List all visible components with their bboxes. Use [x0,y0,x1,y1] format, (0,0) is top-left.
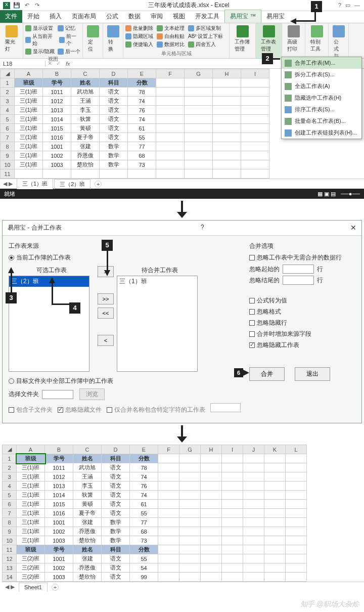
chk-only-contain[interactable]: 仅合并名称包含特定字符的工作表 [107,406,205,414]
menu-hide-ws[interactable]: 隐藏选中工作表(H) [282,92,361,104]
menu-rename-ws[interactable]: 批量命名工作表(B)... [282,115,361,127]
quick-input[interactable]: 便捷输入 数据对比 四舍五入 [125,40,227,49]
sheet-tab-2[interactable]: 三（2）班 [54,179,90,189]
col-B[interactable]: B [43,69,71,78]
ignore-head-input[interactable] [283,265,314,274]
sheet-tab-bar: ◀ ▶ 三（1）班 三（2）班 + [0,179,364,189]
tab-review[interactable]: 审阅 [146,10,168,23]
menu-createlink-ws[interactable]: 创建工作表链接列表(H)... [282,127,361,139]
browse-button[interactable]: 浏览 [79,388,105,400]
col-F[interactable]: F [156,69,185,78]
sheet-nav[interactable]: ◀ ▶ [2,584,18,590]
table-row: 6三(1)班1015黄硕语文61 [3,500,307,509]
tab-yyb[interactable]: 易用宝 ™ [224,10,261,23]
help-icon[interactable]: ? [338,2,341,9]
chk-add-source[interactable]: 合并时增加来源字段 [249,330,355,338]
svg-marker-3 [8,267,14,273]
view-icons[interactable]: ▦ ▣ ▤ [317,191,336,197]
contain-text-input[interactable] [210,403,241,412]
table-row: 12三(2)班1001张建语文55 [3,554,307,563]
col-C[interactable]: C [71,69,100,78]
undo-icon[interactable]: ↶ [23,2,30,9]
pending-label: 待合并工作表 [117,266,203,275]
worksheet-grid[interactable]: ◢ A B C D E F G H I 1班级学号姓名科目分数 2三(1)班10… [0,69,269,179]
chk-ignore-empty[interactable]: 忽略工作表中无需合并的数据行 [249,253,355,262]
from-current[interactable]: 从当前开始前一个 [25,32,80,48]
col-D[interactable]: D [100,69,128,78]
batch-delete[interactable]: 批量删除 文本处理 多区域复制 [125,24,227,32]
move-all-right-button[interactable]: >> [98,293,114,304]
tab-insert[interactable]: 插入 [44,10,67,23]
tab-dev[interactable]: 开发工具 [190,10,224,23]
add-sheet-button[interactable]: + [95,181,102,188]
table-row: 4三(1)班1013李玉语文76 [3,482,307,491]
result-grid[interactable]: ◢ A B C D E F G H I J K L 1班级学号姓名科目分数 2三… [2,445,307,582]
merge-button[interactable]: 合并 [249,367,285,381]
chk-ignore-hidden-ws[interactable]: 忽略隐藏工作表 [249,341,355,349]
tab-data[interactable]: 数据 [123,10,146,23]
move-left-button[interactable]: < [98,335,114,346]
tab-yyb2[interactable]: 易用宝 [261,10,290,23]
select-all[interactable]: ◢ [1,69,15,78]
folder-path-input[interactable] [42,390,73,399]
radio-folder[interactable]: 目标文件夹中全部工作簿中的工作表 [9,377,243,385]
locate-button[interactable]: 定位 [85,24,101,54]
convert-button[interactable]: 转换 [105,24,121,54]
ribbon-options-icon[interactable]: ▭ [345,2,350,9]
col-H[interactable]: H [213,69,241,78]
tab-page[interactable]: 页面布局 [67,10,101,23]
special-tools-button[interactable]: 特别工具 [307,24,326,54]
show-settings[interactable]: 显示设置记忆 [25,24,80,32]
sheet-tab-1[interactable]: 三（1）班 [17,179,53,189]
chk-ignore-format[interactable]: 忽略格式 [249,308,355,316]
chk-ignore-hidden-row[interactable]: 忽略隐藏行 [249,319,355,327]
close-icon[interactable]: ✕ [350,224,356,232]
table-row: 2三(1)班1011武功旭语文78 [3,463,307,472]
show-hide[interactable]: 显示/隐藏后一个 [25,48,80,56]
col-G[interactable]: G [185,69,213,78]
pending-list[interactable]: 三（1）班 [117,276,198,372]
available-list[interactable]: 三（2）班 [9,276,89,372]
tab-file[interactable]: 文件 [0,10,22,23]
workbook-mgr-button[interactable]: 工作簿管理 [232,24,253,54]
zoom-slider[interactable]: ──●── [341,191,360,197]
spotlight-button[interactable]: 聚光灯 [2,24,21,54]
chk-formula-val[interactable]: 公式转为值 [249,296,355,305]
radio-current-wb[interactable]: 当前工作簿的工作表 [9,253,243,262]
worksheet-mgr-button[interactable]: 工作表管理 [258,24,280,54]
help-icon[interactable]: ? [201,224,204,232]
save-icon[interactable]: 💾 [13,2,20,9]
callout-3: 3 [6,292,17,303]
table-row: 1班级学号姓名科目分数 [3,454,307,463]
col-A[interactable]: A [15,69,43,78]
minimize-icon[interactable]: — [354,2,360,9]
worksheet-mgr-menu: 合并工作表(M)... 拆分工作表(S)... 全选工作表(A) 隐藏选中工作表… [281,57,362,139]
redo-icon[interactable]: ↷ [33,2,40,9]
list-item[interactable]: 三（1）班 [117,276,197,287]
col-E[interactable]: E [128,69,156,78]
menu-selall-ws[interactable]: 全选工作表(A) [282,80,361,92]
tab-view[interactable]: 视图 [168,10,190,23]
exit-button[interactable]: 退出 [295,367,330,381]
chk-subfolder[interactable]: 包含子文件夹 [9,406,53,414]
sheet-tab[interactable]: Sheet1 [19,583,48,592]
hide-area[interactable]: 隐藏区域 自由粘贴 AB² 设置上下标 [125,32,227,40]
callout-5: 5 [102,240,113,251]
opts-label: 合并选项 [249,242,355,250]
tab-formula[interactable]: 公式 [101,10,123,23]
menu-merge-ws[interactable]: 合并工作表(M)... [282,57,361,69]
sheet-nav[interactable]: ◀ ▶ [0,181,16,187]
chk-ignore-hidden-file[interactable]: 忽略隐藏文件 [58,406,102,414]
table-row: 5三(1)班1014狄箫语文74 [3,491,307,500]
menu-sort-ws[interactable]: 排序工作表(S)... [282,104,361,115]
menu-split-ws[interactable]: 拆分工作表(S)... [282,69,361,80]
add-sheet-button[interactable]: + [52,584,59,591]
table-row: 7三(1)班1016夏子帝语文55 [3,509,307,518]
flow-arrow-icon [0,201,364,218]
move-all-left-button[interactable]: << [98,308,114,319]
ignore-tail-input[interactable] [283,276,314,285]
tab-start[interactable]: 开始 [22,10,44,23]
adv-print-button[interactable]: 高级打印 [284,24,303,54]
col-I[interactable]: I [241,69,269,78]
excel-icon: X [3,2,10,9]
